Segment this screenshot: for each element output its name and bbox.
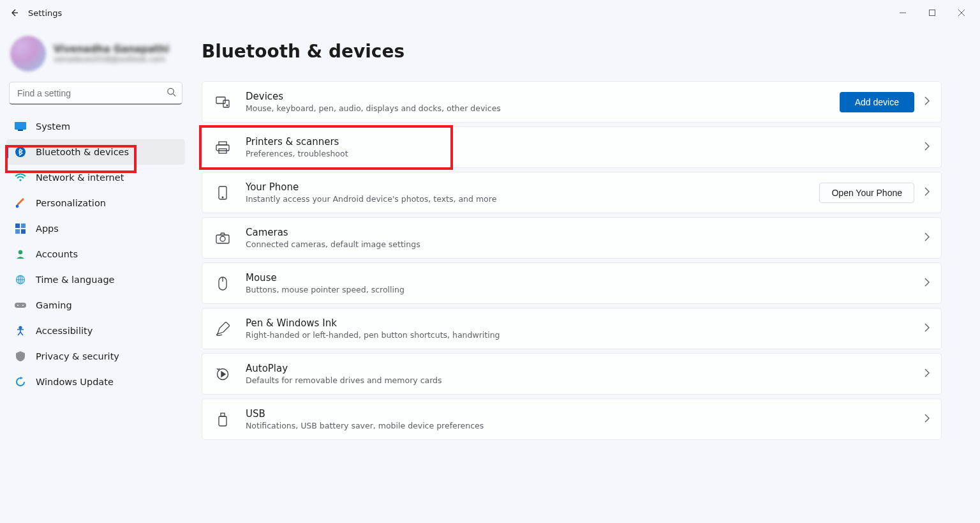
svg-rect-14: [15, 303, 26, 308]
autoplay-icon: [214, 368, 232, 381]
system-icon: [14, 122, 27, 131]
svg-point-1: [168, 88, 174, 94]
card-your-phone[interactable]: Your Phone Instantly access your Android…: [202, 172, 942, 213]
sidebar-item-apps[interactable]: Apps: [6, 216, 185, 241]
main-content: Bluetooth & devices Devices Mouse, keybo…: [191, 26, 980, 523]
brush-icon: [14, 198, 27, 208]
add-device-button[interactable]: Add device: [840, 92, 914, 112]
svg-rect-10: [21, 229, 26, 234]
chevron-right-icon: [924, 322, 930, 335]
card-usb[interactable]: USB Notifications, USB battery saver, mo…: [202, 398, 942, 440]
card-pen-ink[interactable]: Pen & Windows Ink Right-handed or left-h…: [202, 308, 942, 349]
chevron-right-icon: [924, 141, 930, 153]
svg-point-25: [222, 197, 223, 198]
arrow-left-icon: [9, 8, 19, 18]
sidebar-item-windows-update[interactable]: Windows Update: [6, 369, 185, 395]
card-sub: Connected cameras, default image setting…: [246, 239, 910, 249]
sidebar-item-bluetooth[interactable]: Bluetooth & devices: [6, 139, 185, 165]
person-icon: [14, 249, 27, 259]
card-devices[interactable]: Devices Mouse, keyboard, pen, audio, dis…: [202, 81, 942, 123]
sidebar-item-label: Accounts: [36, 249, 78, 259]
profile-email: venadave2018@outlook.com: [54, 55, 169, 64]
svg-point-17: [19, 326, 22, 329]
sidebar-item-network[interactable]: Network & internet: [6, 165, 185, 190]
svg-point-5: [19, 179, 21, 181]
sidebar-item-gaming[interactable]: Gaming: [6, 292, 185, 318]
sidebar-item-time-language[interactable]: Time & language: [6, 267, 185, 292]
sidebar-nav: System Bluetooth & devices Network & int…: [6, 114, 185, 395]
sidebar-item-privacy[interactable]: Privacy & security: [6, 344, 185, 369]
printer-icon: [214, 141, 232, 154]
card-title: Cameras: [246, 227, 910, 238]
titlebar: Settings: [0, 0, 980, 26]
card-sub: Right-handed or left-handed, pen button …: [246, 330, 910, 340]
chevron-right-icon: [924, 277, 930, 289]
sidebar-item-label: Privacy & security: [36, 351, 119, 361]
shield-icon: [14, 351, 27, 361]
svg-rect-9: [15, 229, 20, 234]
chevron-right-icon: [924, 186, 930, 199]
svg-point-27: [220, 236, 225, 241]
wifi-icon: [14, 173, 27, 182]
card-title: USB: [246, 408, 910, 420]
close-button[interactable]: [947, 3, 976, 23]
svg-rect-30: [221, 413, 225, 416]
minimize-button[interactable]: [888, 3, 917, 23]
card-sub: Defaults for removable drives and memory…: [246, 375, 910, 385]
phone-icon: [214, 186, 232, 200]
sidebar-item-accessibility[interactable]: Accessibility: [6, 318, 185, 344]
apps-icon: [14, 224, 27, 234]
sidebar-item-label: Gaming: [36, 300, 72, 310]
pen-icon: [214, 322, 232, 336]
close-icon: [958, 10, 965, 16]
svg-point-6: [16, 205, 19, 208]
card-cameras[interactable]: Cameras Connected cameras, default image…: [202, 217, 942, 259]
sidebar-item-accounts[interactable]: Accounts: [6, 241, 185, 267]
card-autoplay[interactable]: AutoPlay Defaults for removable drives a…: [202, 353, 942, 395]
maximize-icon: [929, 10, 935, 16]
card-printers-scanners[interactable]: Printers & scanners Preferences, trouble…: [202, 126, 942, 168]
sidebar-item-system[interactable]: System: [6, 114, 185, 139]
accessibility-icon: [14, 326, 27, 336]
svg-rect-2: [15, 122, 26, 130]
gamepad-icon: [14, 301, 27, 309]
window-title: Settings: [28, 8, 62, 18]
chevron-right-icon: [924, 96, 930, 108]
svg-point-15: [17, 305, 19, 306]
chevron-right-icon: [924, 413, 930, 425]
card-title: AutoPlay: [246, 363, 910, 374]
profile-block[interactable]: Vivenadha Ganapathi venadave2018@outlook…: [6, 32, 185, 82]
sidebar-item-personalization[interactable]: Personalization: [6, 190, 185, 216]
back-button[interactable]: [4, 3, 24, 23]
sidebar-item-label: Network & internet: [36, 172, 124, 183]
card-sub: Preferences, troubleshoot: [246, 149, 910, 158]
open-your-phone-button[interactable]: Open Your Phone: [819, 183, 914, 203]
camera-icon: [214, 232, 232, 244]
card-title: Your Phone: [246, 181, 805, 193]
sidebar-item-label: Windows Update: [36, 377, 114, 387]
globe-clock-icon: [14, 275, 27, 285]
svg-rect-7: [15, 224, 20, 228]
maximize-button[interactable]: [917, 3, 947, 23]
search-input[interactable]: [9, 82, 182, 105]
card-sub: Instantly access your Android device's p…: [246, 194, 805, 204]
card-mouse[interactable]: Mouse Buttons, mouse pointer speed, scro…: [202, 262, 942, 304]
search-wrap: [9, 82, 182, 105]
svg-rect-0: [930, 10, 935, 16]
svg-rect-22: [216, 145, 229, 151]
card-title: Printers & scanners: [246, 136, 910, 148]
bluetooth-icon: [14, 147, 27, 157]
minimize-icon: [900, 10, 906, 16]
window-controls: [888, 3, 976, 23]
sidebar: Vivenadha Ganapathi venadave2018@outlook…: [0, 26, 191, 523]
svg-rect-3: [18, 130, 23, 131]
svg-rect-31: [219, 416, 226, 426]
svg-rect-21: [219, 142, 226, 145]
card-sub: Buttons, mouse pointer speed, scrolling: [246, 285, 910, 294]
svg-rect-8: [21, 224, 26, 228]
sidebar-item-label: System: [36, 121, 70, 132]
sidebar-item-label: Accessibility: [36, 326, 93, 336]
sidebar-item-label: Apps: [36, 224, 59, 234]
search-icon: [167, 87, 176, 100]
sidebar-item-label: Bluetooth & devices: [36, 147, 129, 157]
